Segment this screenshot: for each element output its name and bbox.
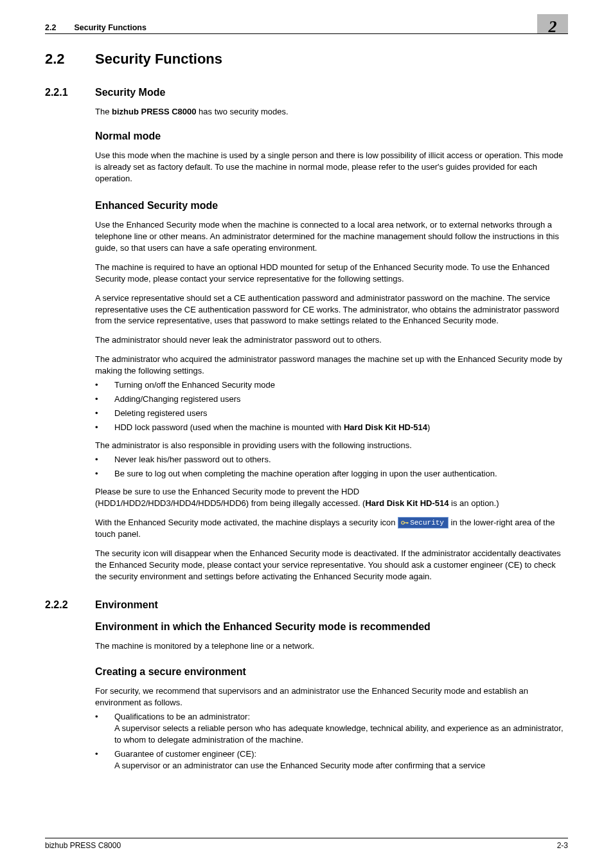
p7-line2-bold: Hard Disk Kit HD-514 <box>365 498 449 508</box>
intro-pre: The <box>95 107 112 116</box>
intro-bold: bizhub PRESS C8000 <box>112 107 196 116</box>
enhanced-p4: The administrator should never leak the … <box>95 334 568 346</box>
list-item: Be sure to log out when completing the m… <box>95 468 568 480</box>
footer-left: bizhub PRESS C8000 <box>45 841 121 850</box>
bullet4-bold: Hard Disk Kit HD-514 <box>344 422 427 432</box>
p7-line2-post: is an option.) <box>449 498 499 508</box>
enhanced-p5: The administrator who acquired the admin… <box>95 354 568 377</box>
b2-head: Guarantee of customer engineer (CE): <box>114 749 256 759</box>
running-header: 2.2Security Functions <box>45 23 568 34</box>
enhanced-p7: Please be sure to use the Enhanced Secur… <box>95 486 568 509</box>
bullet4-post: ) <box>427 422 430 432</box>
p7-line1: Please be sure to use the Enhanced Secur… <box>95 487 359 496</box>
enhanced-p6: The administrator is also responsible in… <box>95 440 568 451</box>
list-item: Never leak his/her password out to other… <box>95 454 568 466</box>
svg-rect-3 <box>408 523 409 524</box>
admin-settings-list: Turning on/off the Enhanced Security mod… <box>95 379 568 433</box>
key-icon <box>401 520 409 526</box>
heading-2-2-title: Security Functions <box>95 51 222 68</box>
heading-env-recommended: Environment in which the Enhanced Securi… <box>95 620 568 634</box>
user-instructions-list: Never leak his/her password out to other… <box>95 454 568 480</box>
intro-post: has two security modes. <box>197 107 289 116</box>
chapter-tab: 2 <box>537 14 568 33</box>
create-secure-p1: For security, we recommend that supervis… <box>95 685 568 709</box>
heading-2-2-2-number: 2.2.2 <box>45 599 95 611</box>
bullet4-pre: HDD lock password (used when the machine… <box>114 422 344 432</box>
heading-enhanced-security-mode: Enhanced Security mode <box>95 199 568 213</box>
list-item: Turning on/off the Enhanced Security mod… <box>95 379 568 391</box>
normal-mode-paragraph: Use this mode when the machine is used b… <box>95 150 568 185</box>
enhanced-p2: The machine is required to have an optio… <box>95 262 568 285</box>
content: 2.2 Security Functions 2.2.1 Security Mo… <box>45 34 568 772</box>
list-item: Adding/Changing registered users <box>95 393 568 405</box>
heading-2-2-1: 2.2.1 Security Mode <box>45 87 568 98</box>
svg-point-0 <box>402 521 405 525</box>
heading-2-2-2: 2.2.2 Environment <box>45 599 568 611</box>
list-item: Guarantee of customer engineer (CE): A s… <box>95 748 568 772</box>
b1-head: Qualifications to be an administrator: <box>114 712 250 721</box>
enhanced-p1: Use the Enhanced Security mode when the … <box>95 219 568 254</box>
b2-body: A supervisor or an administrator can use… <box>114 760 568 772</box>
security-icon: Security <box>398 517 449 529</box>
chapter-number: 2 <box>549 17 557 36</box>
running-header-title: Security Functions <box>74 23 147 32</box>
running-header-number: 2.2 <box>45 23 56 32</box>
create-secure-list: Qualifications to be an administrator: A… <box>95 711 568 772</box>
enhanced-p8: With the Enhanced Security mode activate… <box>95 517 568 541</box>
heading-2-2-2-title: Environment <box>95 599 158 611</box>
list-item: Qualifications to be an administrator: A… <box>95 711 568 746</box>
security-icon-label: Security <box>410 519 444 527</box>
list-item: HDD lock password (used when the machine… <box>95 422 568 433</box>
intro-paragraph: The bizhub PRESS C8000 has two security … <box>95 106 568 118</box>
enhanced-p9: The security icon will disappear when th… <box>95 548 568 583</box>
list-item: Deleting registered users <box>95 408 568 419</box>
section-2-2-1-body: The bizhub PRESS C8000 has two security … <box>95 106 568 583</box>
svg-rect-2 <box>407 523 407 524</box>
env-recommended-p1: The machine is monitored by a telephone … <box>95 640 568 652</box>
p8-pre: With the Enhanced Security mode activate… <box>95 518 398 527</box>
section-2-2-2-body: Environment in which the Enhanced Securi… <box>95 620 568 772</box>
heading-create-secure-env: Creating a secure environment <box>95 665 568 679</box>
heading-2-2: 2.2 Security Functions <box>45 51 568 68</box>
p7-line2-pre: (HDD1/HDD2/HDD3/HDD4/HDD5/HDD6) from bei… <box>95 498 365 508</box>
heading-2-2-1-title: Security Mode <box>95 87 165 98</box>
page: 2.2Security Functions 2 2.2 Security Fun… <box>0 0 613 868</box>
enhanced-p3: A service representative should set a CE… <box>95 293 568 327</box>
page-footer: bizhub PRESS C8000 2-3 <box>45 838 568 850</box>
running-header-left: 2.2Security Functions <box>45 23 147 32</box>
footer-right: 2-3 <box>557 841 568 850</box>
heading-2-2-1-number: 2.2.1 <box>45 87 95 98</box>
b1-body: A supervisor selects a reliable person w… <box>114 723 568 746</box>
heading-normal-mode: Normal mode <box>95 129 568 143</box>
heading-2-2-number: 2.2 <box>45 51 95 68</box>
